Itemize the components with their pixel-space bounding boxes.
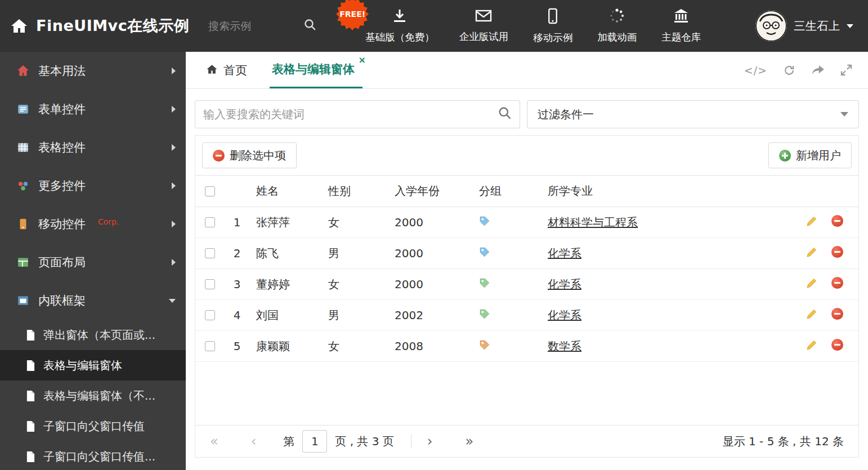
page-number-input[interactable] — [302, 430, 327, 453]
major-link[interactable]: 数学系 — [548, 339, 581, 353]
column-header-group: 分组 — [472, 183, 541, 199]
page-suffix-label: 页 , 共 3 页 — [335, 434, 394, 449]
major-link[interactable]: 化学系 — [548, 247, 581, 260]
delete-row-icon[interactable] — [831, 339, 843, 351]
row-checkbox[interactable] — [205, 341, 215, 351]
minus-circle-icon — [213, 150, 225, 162]
next-page-icon[interactable]: › — [427, 435, 433, 448]
delete-selected-button[interactable]: 删除选中项 — [202, 142, 297, 168]
column-header-gender: 性别 — [321, 183, 388, 199]
search-icon[interactable] — [304, 19, 316, 33]
tab-grid-edit-window[interactable]: 表格与编辑窗体 × — [270, 52, 363, 88]
edit-pencil-icon[interactable] — [806, 277, 818, 289]
sidebar-item-label: 表格控件 — [38, 140, 86, 155]
tab-home[interactable]: 首页 — [203, 52, 250, 88]
delete-row-icon[interactable] — [831, 246, 843, 258]
row-name: 张萍萍 — [249, 215, 321, 230]
tab-actions: </> — [744, 64, 868, 77]
nav-item-loading-animation[interactable]: 加载动画 — [585, 0, 649, 52]
row-checkbox[interactable] — [205, 310, 215, 320]
user-name: 三生石上 — [794, 18, 840, 34]
refresh-icon[interactable] — [783, 64, 795, 77]
file-icon — [26, 360, 35, 371]
avatar — [755, 10, 787, 42]
sidebar-item-page-layout[interactable]: 页面布局 — [0, 243, 186, 281]
share-icon[interactable] — [811, 65, 825, 76]
iframe-icon — [17, 294, 29, 307]
keyword-search-input[interactable] — [203, 108, 498, 121]
row-index: 5 — [225, 339, 249, 353]
nav-item-theme-repo[interactable]: 主题仓库 — [649, 0, 713, 52]
home-icon[interactable] — [10, 18, 28, 34]
expand-icon[interactable] — [840, 64, 852, 76]
row-index: 2 — [225, 247, 249, 260]
edit-pencil-icon[interactable] — [806, 308, 818, 320]
sidebar-subitem-popup-window[interactable]: 弹出窗体（本页面或... — [0, 320, 186, 350]
sidebar-item-more-controls[interactable]: 更多控件 — [0, 167, 186, 205]
delete-row-icon[interactable] — [831, 277, 843, 289]
nav-item-mobile-demo[interactable]: 移动示例 — [521, 0, 585, 52]
major-link[interactable]: 化学系 — [548, 308, 581, 322]
row-index: 4 — [225, 308, 249, 322]
row-checkbox[interactable] — [205, 279, 215, 289]
row-year: 2000 — [388, 277, 472, 291]
mobile-controls-icon — [17, 218, 29, 230]
delete-row-icon[interactable] — [831, 215, 843, 227]
delete-row-icon[interactable] — [831, 308, 843, 320]
sidebar-item-label: 基本用法 — [38, 63, 86, 79]
last-page-icon[interactable]: » — [465, 435, 473, 448]
nav-item-enterprise-trial[interactable]: 企业版试用 — [447, 0, 521, 52]
row-name: 陈飞 — [249, 246, 321, 261]
table-row: 1 张萍萍 女 2000 材料科学与工程系 — [195, 207, 858, 238]
file-icon — [26, 329, 35, 341]
sidebar-item-grid-controls[interactable]: 表格控件 — [0, 128, 186, 167]
sidebar-item-form-controls[interactable]: 表单控件 — [0, 90, 186, 128]
keyword-search-box — [195, 100, 520, 128]
bank-icon — [673, 8, 690, 26]
file-icon — [26, 451, 35, 463]
row-name: 刘国 — [249, 308, 321, 323]
major-link[interactable]: 化学系 — [548, 277, 581, 291]
row-gender: 女 — [321, 277, 388, 292]
sidebar-subitem-child-to-parent-2[interactable]: 子窗口向父窗口传值... — [0, 441, 186, 470]
column-header-name: 姓名 — [249, 183, 321, 199]
add-user-button[interactable]: 新增用户 — [768, 142, 852, 168]
delete-selected-label: 删除选中项 — [230, 148, 286, 163]
user-menu[interactable]: 三生石上 — [755, 10, 868, 42]
nav-item-label: 主题仓库 — [661, 30, 701, 44]
filter-dropdown[interactable]: 过滤条件一 — [527, 100, 859, 128]
nav-item-basic-free[interactable]: FREE! 基础版（免费） — [353, 0, 447, 52]
sidebar-subitem-grid-edit-window[interactable]: 表格与编辑窗体 — [0, 350, 186, 381]
chevron-down-icon — [840, 112, 848, 117]
filter-row: 过滤条件一 — [195, 100, 859, 128]
chevron-right-icon — [172, 144, 176, 151]
edit-pencil-icon[interactable] — [806, 246, 818, 258]
edit-pencil-icon[interactable] — [806, 339, 818, 351]
select-all-checkbox[interactable] — [205, 186, 215, 196]
row-checkbox[interactable] — [205, 217, 215, 227]
sidebar-item-iframe[interactable]: 内联框架 — [0, 281, 186, 320]
major-link[interactable]: 材料科学与工程系 — [548, 216, 638, 229]
header-search-input[interactable] — [208, 20, 298, 32]
sidebar-subitem-label: 表格与编辑窗体（不... — [43, 388, 155, 404]
prev-page-icon[interactable]: ‹ — [251, 435, 257, 448]
column-header-year: 入学年份 — [388, 183, 472, 199]
spinner-icon — [609, 8, 625, 26]
first-page-icon[interactable]: « — [210, 435, 218, 448]
home-icon — [206, 64, 218, 77]
sidebar-item-basic-usage[interactable]: 基本用法 — [0, 52, 186, 90]
edit-pencil-icon[interactable] — [806, 215, 818, 227]
close-icon[interactable]: × — [359, 56, 366, 65]
sidebar-item-label: 表单控件 — [38, 101, 86, 117]
row-checkbox[interactable] — [205, 248, 215, 258]
page-prefix-label: 第 — [283, 434, 294, 449]
code-icon[interactable]: </> — [744, 64, 767, 77]
envelope-icon — [475, 8, 492, 25]
free-badge: FREE! — [335, 0, 370, 32]
chevron-right-icon — [172, 259, 176, 266]
sidebar-item-label: 更多控件 — [38, 178, 86, 194]
sidebar-subitem-child-to-parent[interactable]: 子窗口向父窗口传值 — [0, 411, 186, 441]
search-icon[interactable] — [498, 106, 512, 122]
sidebar-item-mobile-controls[interactable]: 移动控件 Corp. — [0, 205, 186, 243]
sidebar-subitem-grid-edit-window-2[interactable]: 表格与编辑窗体（不... — [0, 381, 186, 411]
